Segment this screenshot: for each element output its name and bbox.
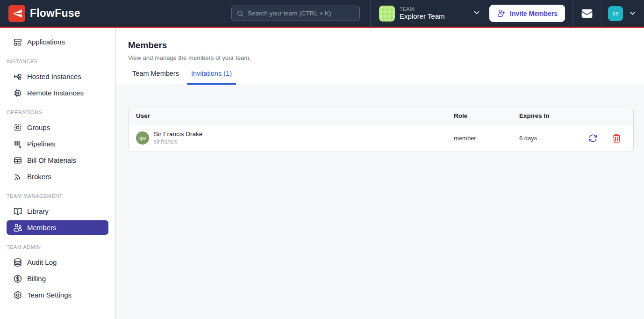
- groups-icon: [13, 123, 22, 132]
- sidebar-item-label: Brokers: [27, 173, 51, 181]
- tab-team-members[interactable]: Team Members: [128, 70, 183, 85]
- invitations-mail-button[interactable]: [573, 0, 601, 27]
- envelope-icon: [581, 7, 593, 20]
- flowfuse-logo-icon: [8, 5, 25, 22]
- sidebar-item-pipelines[interactable]: Pipelines: [7, 137, 108, 151]
- team-avatar: [379, 6, 395, 22]
- refresh-icon: [588, 133, 598, 143]
- sidebar-item-label: Remote Instances: [27, 89, 84, 97]
- column-header-role: Role: [446, 112, 512, 119]
- top-navbar: FlowFuse TEAM: Explorer Team Invite Memb…: [0, 0, 644, 28]
- invite-members-label: Invite Members: [510, 10, 558, 17]
- page-title: Members: [128, 40, 632, 51]
- sidebar-item-hosted-instances[interactable]: Hosted Instances: [7, 69, 108, 84]
- chevron-down-icon: [629, 9, 637, 17]
- sidebar-item-team-settings[interactable]: Team Settings: [7, 288, 108, 302]
- sidebar-section-operations: OPERATIONS: [0, 109, 115, 115]
- team-name: Explorer Team: [400, 12, 444, 21]
- pipelines-icon: [13, 139, 22, 149]
- invitee-username: sir.francis: [154, 138, 202, 146]
- invitee-role: member: [446, 135, 512, 142]
- brand-name: FlowFuse: [30, 7, 80, 20]
- sidebar-item-members[interactable]: Members: [7, 220, 108, 235]
- bill-of-materials-icon: [13, 156, 22, 165]
- avatar: qw: [136, 131, 149, 145]
- sidebar-item-library[interactable]: Library: [7, 204, 108, 218]
- members-header: Members View and manage the members of y…: [116, 28, 644, 85]
- team-settings-icon: [13, 290, 22, 300]
- tab-invitations[interactable]: Invitations (1): [187, 70, 236, 85]
- sidebar-item-audit-log[interactable]: Audit Log: [7, 255, 108, 269]
- team-label: TEAM:: [400, 6, 444, 12]
- sidebar-item-billing[interactable]: Billing: [7, 271, 108, 286]
- sidebar-item-label: Groups: [27, 123, 50, 131]
- invitee-user-cell: qw Sir Francis Drake sir.francis: [129, 130, 446, 145]
- sidebar-item-label: Audit Log: [27, 258, 57, 266]
- sidebar-item-brokers[interactable]: Brokers: [7, 169, 108, 184]
- invitation-actions: [582, 133, 633, 143]
- invitations-panel: User Role Expires In qw Sir Francis Drak…: [116, 85, 644, 319]
- hosted-instances-icon: [13, 72, 22, 81]
- search-icon: [236, 10, 244, 17]
- sidebar-item-applications[interactable]: Applications: [7, 35, 108, 49]
- brand-logo[interactable]: FlowFuse: [8, 5, 80, 22]
- members-tabs: Team Members Invitations (1): [128, 70, 632, 85]
- sidebar-section-team-admin: TEAM ADMIN: [0, 244, 115, 250]
- page-subtitle: View and manage the members of your team…: [128, 54, 632, 61]
- remote-instances-icon: [13, 88, 22, 98]
- sidebar-item-label: Billing: [27, 275, 46, 283]
- members-icon: [13, 223, 22, 232]
- user-plus-icon: [497, 9, 506, 18]
- chevron-down-icon: [472, 8, 481, 19]
- sidebar-section-instances: INSTANCES: [0, 58, 115, 64]
- team-search[interactable]: [231, 6, 360, 21]
- sidebar-item-remote-instances[interactable]: Remote Instances: [7, 86, 108, 100]
- sidebar-item-label: Pipelines: [27, 140, 56, 148]
- sidebar-item-label: Members: [27, 224, 57, 232]
- sidebar-item-label: Library: [27, 207, 49, 215]
- invitations-table: User Role Expires In qw Sir Francis Drak…: [128, 107, 634, 152]
- invite-members-button[interactable]: Invite Members: [489, 5, 565, 22]
- sidebar-section-team-management: TEAM MANAGEMENT: [0, 193, 115, 199]
- sidebar-item-bill-of-materials[interactable]: Bill Of Materials: [7, 153, 108, 167]
- delete-invitation-button[interactable]: [612, 133, 622, 143]
- applications-icon: [13, 37, 22, 47]
- main-content: Members View and manage the members of y…: [116, 28, 644, 319]
- audit-log-icon: [13, 258, 22, 267]
- invitee-name: Sir Francis Drake: [154, 130, 202, 138]
- table-row[interactable]: qw Sir Francis Drake sir.francis member …: [129, 124, 633, 152]
- sidebar-item-label: Team Settings: [27, 291, 72, 299]
- trash-icon: [612, 133, 622, 143]
- invitation-expires-in: 6 days: [512, 135, 582, 142]
- column-header-expires-in: Expires In: [512, 112, 582, 119]
- sidebar-item-label: Applications: [27, 38, 65, 46]
- library-icon: [13, 207, 22, 216]
- brokers-icon: [13, 172, 22, 181]
- sidebar-item-label: Bill Of Materials: [27, 156, 76, 164]
- user-menu[interactable]: cs: [601, 0, 644, 27]
- billing-icon: [13, 274, 22, 283]
- column-header-user: User: [129, 112, 446, 119]
- resend-invitation-button[interactable]: [588, 133, 598, 143]
- sidebar-item-label: Hosted Instances: [27, 72, 81, 80]
- team-selector[interactable]: TEAM: Explorer Team: [371, 0, 489, 27]
- sidebar: Applications INSTANCES Hosted Instances …: [0, 28, 116, 319]
- user-avatar: cs: [608, 6, 623, 21]
- table-header-row: User Role Expires In: [129, 107, 633, 124]
- search-input[interactable]: [248, 10, 355, 17]
- sidebar-item-groups[interactable]: Groups: [7, 120, 108, 135]
